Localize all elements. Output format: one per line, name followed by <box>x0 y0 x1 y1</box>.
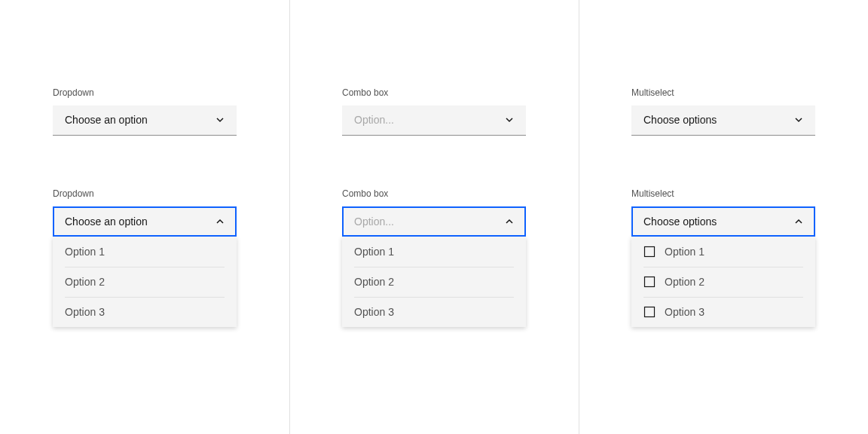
svg-rect-2 <box>645 307 655 317</box>
dropdown-column: Dropdown Choose an option Dropdown Choos… <box>0 0 289 434</box>
dropdown-open-group: Dropdown Choose an option Option 1 Optio… <box>53 188 237 327</box>
multiselect-option-label: Option 2 <box>665 276 704 288</box>
combobox-option[interactable]: Option 1 <box>354 237 514 267</box>
combobox-label: Combo box <box>342 188 526 200</box>
chevron-down-icon <box>503 114 515 126</box>
combobox-option-label: Option 2 <box>354 276 394 288</box>
dropdown-option-label: Option 3 <box>65 306 105 318</box>
combobox-menu: Option 1 Option 2 Option 3 <box>342 237 526 327</box>
combobox-option[interactable]: Option 3 <box>354 297 514 327</box>
multiselect-column: Multiselect Choose options Multiselect C… <box>579 0 868 434</box>
multiselect-placeholder: Choose options <box>643 114 717 126</box>
dropdown-open[interactable]: Choose an option <box>53 206 237 237</box>
combobox-open[interactable]: Option... <box>342 206 526 237</box>
dropdown-menu: Option 1 Option 2 Option 3 <box>53 237 237 327</box>
multiselect-option[interactable]: Option 1 <box>643 237 803 267</box>
multiselect-option-label: Option 1 <box>665 246 704 258</box>
checkbox-unchecked-icon[interactable] <box>643 306 656 318</box>
dropdown-placeholder: Choose an option <box>65 215 148 228</box>
dropdown-option[interactable]: Option 1 <box>65 237 225 267</box>
combobox-option-label: Option 3 <box>354 306 394 318</box>
multiselect-option[interactable]: Option 2 <box>643 267 803 297</box>
dropdown-placeholder: Choose an option <box>65 114 148 126</box>
chevron-down-icon <box>793 114 805 126</box>
dropdown-option-label: Option 2 <box>65 276 105 288</box>
checkbox-unchecked-icon[interactable] <box>643 276 656 288</box>
combobox-closed-group: Combo box Option... <box>342 87 526 136</box>
chevron-up-icon <box>793 215 805 228</box>
chevron-up-icon <box>214 215 226 228</box>
dropdown-option-label: Option 1 <box>65 246 105 258</box>
svg-rect-1 <box>645 277 655 287</box>
dropdown-closed[interactable]: Choose an option <box>53 105 237 136</box>
chevron-up-icon <box>503 215 515 228</box>
multiselect-closed[interactable]: Choose options <box>631 105 815 136</box>
dropdown-label: Dropdown <box>53 188 237 200</box>
multiselect-option[interactable]: Option 3 <box>643 297 803 327</box>
combobox-input-placeholder[interactable]: Option... <box>354 215 394 228</box>
multiselect-option-label: Option 3 <box>665 306 704 318</box>
svg-rect-0 <box>645 246 655 256</box>
combobox-closed[interactable]: Option... <box>342 105 526 136</box>
multiselect-open[interactable]: Choose options <box>631 206 815 237</box>
chevron-down-icon <box>214 114 226 126</box>
combobox-option[interactable]: Option 2 <box>354 267 514 297</box>
multiselect-label: Multiselect <box>631 87 815 99</box>
dropdown-label: Dropdown <box>53 87 237 99</box>
dropdown-option[interactable]: Option 2 <box>65 267 225 297</box>
combobox-open-group: Combo box Option... Option 1 Option 2 Op… <box>342 188 526 327</box>
multiselect-label: Multiselect <box>631 188 815 200</box>
combobox-option-label: Option 1 <box>354 246 394 258</box>
checkbox-unchecked-icon[interactable] <box>643 246 656 258</box>
dropdown-option[interactable]: Option 3 <box>65 297 225 327</box>
multiselect-closed-group: Multiselect Choose options <box>631 87 815 136</box>
multiselect-open-group: Multiselect Choose options Option 1 <box>631 188 815 327</box>
multiselect-menu: Option 1 Option 2 Option 3 <box>631 237 815 327</box>
combobox-label: Combo box <box>342 87 526 99</box>
multiselect-placeholder: Choose options <box>643 215 717 228</box>
combobox-input-placeholder[interactable]: Option... <box>354 114 394 126</box>
combobox-column: Combo box Option... Combo box Option... … <box>289 0 579 434</box>
dropdown-closed-group: Dropdown Choose an option <box>53 87 237 136</box>
